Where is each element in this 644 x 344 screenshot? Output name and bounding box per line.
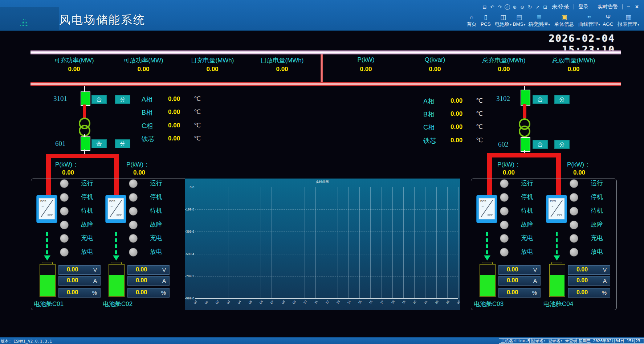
dc-link-line xyxy=(486,232,488,254)
x-tick-label: 13 xyxy=(334,300,341,307)
close-button-601[interactable]: 合 xyxy=(91,139,107,148)
connector xyxy=(84,86,85,91)
x-gridline xyxy=(425,187,425,298)
redo-icon[interactable]: ↷ xyxy=(497,4,503,10)
x-tick-label: 07 xyxy=(268,300,275,307)
x-gridline xyxy=(414,187,415,298)
nav-item-transformer-control[interactable]: ≣ 箱变测控 xyxy=(525,14,554,28)
y-tick-label: -199.8 xyxy=(176,208,194,211)
status-led-stop xyxy=(129,193,138,202)
temp-a-label: A相 xyxy=(423,97,434,106)
pcs-converter-icon[interactable]: PCS ~ xyxy=(37,195,57,223)
status-bar: 版本: ESMMI_V2.0.1.3.1 主机名:Linx-B 登录名: 登录名… xyxy=(0,337,644,344)
battery-icon[interactable] xyxy=(40,264,56,297)
pcs4-p-value: 0.00 xyxy=(566,169,593,176)
battery-icon[interactable] xyxy=(549,264,565,297)
pcs3-p-label: P(kW)： xyxy=(497,160,521,169)
home-circle-icon[interactable]: ⌂ xyxy=(505,4,510,10)
compartment-name: 电池舱C02 xyxy=(103,300,133,308)
battery-icon[interactable] xyxy=(480,264,496,297)
open-button-601[interactable]: 分 xyxy=(115,139,130,148)
total-charge-value: 0.00 xyxy=(469,66,538,73)
flow-arrow-icon xyxy=(113,255,119,261)
pcs1-p-label: P(kW)： xyxy=(55,160,78,169)
connector xyxy=(524,86,525,90)
undo-icon[interactable]: ↶ xyxy=(489,4,495,10)
close-button-3102[interactable]: 合 xyxy=(533,95,548,104)
dc-link-line xyxy=(556,232,558,254)
x-tick-label: 18 xyxy=(388,300,395,307)
hostname-box: 主机名:Linx-B xyxy=(499,338,532,344)
hmi-screen: 风电场储能系统 ⊟ ↶ ↷ ⌂ ⊕ ⊖ ↻ ↗ ⊡ 未登录 登录 实时告警 − … xyxy=(0,0,644,344)
soc-readout: 0.00% xyxy=(568,288,610,298)
open-button-3101[interactable]: 分 xyxy=(115,95,130,104)
y-tick-label: -399.6 xyxy=(176,230,194,233)
resize-icon[interactable]: ↗ xyxy=(535,4,541,10)
status-led-discharge xyxy=(60,248,69,257)
x-gridline xyxy=(382,187,382,298)
battery-icon[interactable] xyxy=(109,264,125,297)
pcs-converter-icon[interactable]: PCS ~ xyxy=(546,195,567,223)
status-led-discharge xyxy=(500,248,509,257)
upper-busbar xyxy=(30,50,621,54)
close-button[interactable]: × xyxy=(635,4,639,10)
status-label-fault: 故障 xyxy=(591,220,616,229)
breaker-3101[interactable] xyxy=(81,91,90,106)
open-button-3102[interactable]: 分 xyxy=(554,95,570,104)
status-led-stop xyxy=(60,193,69,202)
x-gridline xyxy=(272,187,272,298)
pcs-converter-icon[interactable]: PCS ~ xyxy=(477,195,497,223)
close-button-602[interactable]: 合 xyxy=(533,140,548,149)
minimize-button[interactable]: − xyxy=(627,4,630,10)
temp-core-value: 0.00 xyxy=(168,135,180,142)
x-gridline xyxy=(403,187,404,298)
connector xyxy=(524,150,525,153)
x-tick-label: 03 xyxy=(224,300,231,307)
breaker-601[interactable] xyxy=(81,136,90,151)
separator xyxy=(593,4,593,9)
breaker-3102[interactable] xyxy=(521,90,530,106)
pcs-converter-icon[interactable]: PCS ~ xyxy=(106,195,126,223)
chargeable-power-label: 可充功率(MW) xyxy=(40,56,109,65)
open-button-602[interactable]: 分 xyxy=(554,140,570,149)
temp-core-unit: ℃ xyxy=(476,136,483,144)
temp-b-label: B相 xyxy=(142,108,152,117)
login-button[interactable]: 登录 xyxy=(578,4,588,10)
zoom-in-icon[interactable]: ⊕ xyxy=(512,4,518,10)
fullscreen-icon[interactable]: ⊡ xyxy=(542,4,548,10)
nav-item-cell-info[interactable]: ▣ 单体信息 xyxy=(550,14,579,27)
status-led-standby xyxy=(570,207,578,216)
temp-b-value: 0.00 xyxy=(451,110,462,118)
dc-link-line xyxy=(115,232,117,254)
compartment-name: 电池舱C03 xyxy=(474,300,504,308)
status-led-charge xyxy=(129,234,138,243)
refresh-icon[interactable]: ↻ xyxy=(527,4,533,10)
battery-soc-fill xyxy=(40,275,55,296)
statusbar-datetime-box: 星期三 2026年02月04日 15时23分09秒 xyxy=(576,338,644,344)
dischargeable-power-value: 0.00 xyxy=(109,66,178,73)
login-status: 未登录 xyxy=(552,3,569,11)
pcs1-p-value: 0.00 xyxy=(54,169,82,176)
voltage-readout: 0.00V xyxy=(127,265,170,275)
x-tick-label: 01 xyxy=(202,300,209,307)
battery-soc-fill xyxy=(550,275,564,296)
status-label-run: 运行 xyxy=(150,179,175,188)
battery-soc-fill xyxy=(480,275,495,296)
menu-icon[interactable]: ⊟ xyxy=(482,4,488,10)
status-label-discharge: 放电 xyxy=(591,247,616,256)
status-label-run: 运行 xyxy=(591,179,616,188)
close-button-3101[interactable]: 合 xyxy=(91,95,107,104)
daily-discharge-label: 日放电量(MWh) xyxy=(248,56,317,65)
pcs-battery-unit: PCS ~ 运行 停机 待机 故障 充电 xyxy=(31,179,102,310)
dischargeable-power-label: 可放功率(MW) xyxy=(109,56,178,65)
soc-readout: 0.00% xyxy=(58,288,101,298)
soc-readout: 0.00% xyxy=(498,288,541,298)
realtime-alarm-button[interactable]: 实时告警 xyxy=(598,4,618,10)
breaker-602[interactable] xyxy=(521,137,530,152)
status-led-standby xyxy=(500,207,509,216)
zoom-out-icon[interactable]: ⊖ xyxy=(519,4,525,10)
x-tick-label: 05 xyxy=(246,300,253,307)
login-name-box: 登录名: 登录名: 未登录 xyxy=(529,338,579,344)
nav-item-report-mgmt[interactable]: ▦ 报表管理 xyxy=(614,14,643,28)
status-led-charge xyxy=(500,234,509,243)
